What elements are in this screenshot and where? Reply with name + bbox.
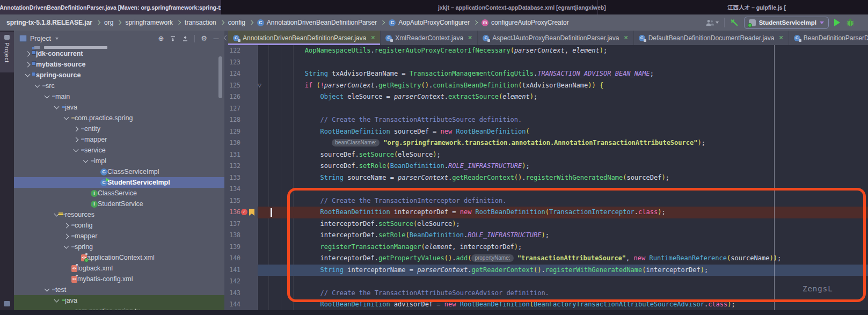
breakpoint-icon[interactable]: ✓	[241, 209, 247, 215]
tree-expand-icon[interactable]	[25, 72, 31, 77]
tree-expand-icon[interactable]	[25, 62, 31, 67]
settings-gear-icon[interactable]: ⚙	[201, 35, 207, 42]
tree-expand-icon[interactable]	[64, 115, 69, 120]
tree-item-spring-source[interactable]: spring-source	[14, 70, 224, 80]
window-tab-active[interactable]: base-practice – AnnotationDrivenBeanDefi…	[0, 0, 221, 14]
close-icon[interactable]: ✕	[778, 34, 783, 41]
line-number[interactable]: 139	[224, 241, 240, 253]
code-line-132[interactable]: 132 sourceDef.setRole(BeanDefinition.ROL…	[224, 160, 868, 172]
line-number[interactable]: 132	[224, 160, 240, 172]
tree-expand-icon[interactable]	[35, 83, 40, 88]
users-icon[interactable]	[705, 19, 719, 26]
project-view-caret-icon[interactable]	[55, 38, 59, 40]
line-number[interactable]: 122	[224, 45, 240, 57]
project-panel-title[interactable]: Project	[30, 35, 51, 42]
code-line-127[interactable]: 127	[224, 103, 868, 115]
code-line-128[interactable]: 128 // Create the TransactionAttributeSo…	[224, 114, 868, 126]
close-icon[interactable]: ✕	[370, 34, 375, 41]
tree-expand-icon[interactable]	[45, 287, 50, 292]
code-line-137[interactable]: 137 interceptorDef.setSource(eleSource);	[224, 218, 868, 230]
code-line-136[interactable]: 136✓ RootBeanDefinition interceptorDef =…	[224, 207, 868, 218]
tree-item-StudentService[interactable]: IStudentService	[14, 199, 224, 209]
code-line-130[interactable]: 130 beanClassName: "org.springframework.…	[224, 137, 868, 149]
code-line-140[interactable]: 140 interceptorDef.getPropertyValues().a…	[224, 253, 868, 265]
breadcrumb-item[interactable]: CAopAutoProxyConfigurer	[389, 19, 470, 26]
wrench-icon[interactable]	[730, 18, 739, 27]
code-line-142[interactable]: 142	[224, 276, 868, 288]
tree-item-jdk-concurrent[interactable]: jdk-concurrent	[14, 48, 224, 59]
tree-expand-icon[interactable]	[25, 51, 31, 56]
breadcrumb-item[interactable]: transaction	[185, 19, 216, 26]
code-line-139[interactable]: 139 registerTransactionManager(element, …	[224, 241, 868, 253]
editor-tab-4[interactable]: CDefaultBeanDefinitionDocumentReader.jav…	[634, 31, 789, 45]
tree-expand-icon[interactable]	[64, 244, 69, 249]
code-line-138[interactable]: 138 interceptorDef.setRole(BeanDefinitio…	[224, 230, 868, 241]
breadcrumb-item[interactable]: org	[104, 19, 113, 26]
tree-item-mybatis-config.xml[interactable]: <>mybatis-config.xml	[14, 274, 224, 284]
fold-marker-icon[interactable]: ▽	[258, 82, 261, 89]
tree-expand-icon[interactable]	[64, 233, 69, 239]
tree-item-config[interactable]: config	[14, 220, 224, 231]
debug-icon[interactable]	[845, 18, 855, 27]
tree-expand-icon[interactable]	[54, 297, 60, 303]
tree-item-StudentServiceImpl[interactable]: CStudentServiceImpl	[14, 177, 224, 188]
project-scrollbar[interactable]	[218, 56, 222, 98]
code-line-131[interactable]: 131 sourceDef.setSource(eleSource);	[224, 149, 868, 161]
tree-item-ClassServiceImpl[interactable]: CClassServiceImpl	[14, 166, 224, 177]
window-tab-3[interactable]: 江西人才 – gulpfile.js [	[727, 0, 786, 14]
tree-expand-icon[interactable]	[64, 223, 69, 228]
line-number[interactable]: 135	[224, 195, 240, 207]
tree-item-impl[interactable]: impl	[14, 156, 224, 166]
tree-expand-icon[interactable]	[74, 126, 79, 131]
tree-expand-icon[interactable]	[74, 147, 79, 152]
code-line-122[interactable]: 122 AopNamespaceUtils.registerAutoProxyC…	[224, 45, 868, 57]
line-number[interactable]: 141	[224, 265, 240, 276]
code-line-143[interactable]: 143 // Create the TransactionAttributeSo…	[224, 288, 868, 299]
breadcrumb-item[interactable]: config	[228, 19, 245, 26]
close-icon[interactable]: ✕	[468, 34, 472, 41]
tree-expand-icon[interactable]	[54, 104, 60, 109]
line-number[interactable]: 133	[224, 172, 240, 184]
breadcrumb-item[interactable]: spring-tx-5.1.8.RELEASE.jar	[6, 19, 92, 26]
line-number[interactable]: 143	[224, 288, 240, 299]
line-number[interactable]: 126	[224, 91, 240, 103]
code-line-129[interactable]: 129 RootBeanDefinition sourceDef = new R…	[224, 126, 868, 138]
line-number[interactable]: 127	[224, 103, 240, 115]
line-number[interactable]: 140	[224, 253, 240, 265]
tree-item-java[interactable]: java	[14, 102, 224, 113]
editor-tab-1[interactable]: CAnnotationDrivenBeanDefinitionParser.ja…	[228, 31, 381, 45]
tree-item-com.practice.spring[interactable]: com.practice.spring	[14, 113, 224, 123]
tree-item-service[interactable]: service	[14, 145, 224, 156]
line-number[interactable]: 129	[224, 126, 240, 138]
line-number[interactable]: 124	[224, 68, 240, 80]
line-number[interactable]: 136	[224, 207, 240, 218]
editor-tab-5[interactable]: CBeanDefinitionParserDelegate.ja✕	[789, 31, 868, 45]
close-icon[interactable]: ✕	[623, 34, 628, 41]
code-line-141[interactable]: 141 String interceptorName = parserConte…	[224, 265, 868, 276]
bookmark-icon[interactable]	[249, 209, 254, 216]
line-number[interactable]: 137	[224, 218, 240, 230]
code-line-144[interactable]: 144 RootBeanDefinition advisorDef = new …	[224, 299, 868, 311]
hide-panel-icon[interactable]: —	[213, 35, 219, 41]
window-tab-2[interactable]: jxkjt – applicationContext-appDatabase.x…	[438, 0, 606, 14]
tree-expand-icon[interactable]	[74, 137, 79, 142]
breadcrumb-item[interactable]: springframework	[125, 19, 173, 26]
line-number[interactable]: 144	[224, 299, 240, 311]
collapse-all-icon[interactable]	[182, 35, 188, 42]
tree-item-mapper[interactable]: mapper	[14, 231, 224, 241]
line-number[interactable]: 142	[224, 276, 240, 288]
tree-item-logback.xml[interactable]: <>logback.xml	[14, 263, 224, 274]
code-line-133[interactable]: 133 String sourceName = parserContext.ge…	[224, 172, 868, 184]
line-number[interactable]: 131	[224, 149, 240, 161]
breadcrumb-item[interactable]: mconfigureAutoProxyCreator	[482, 19, 569, 26]
line-number[interactable]: 123	[224, 57, 240, 69]
code-line-125[interactable]: 125▽ if (!parserContext.getRegistry().co…	[224, 80, 868, 92]
editor-tab-3[interactable]: CAspectJAutoProxyBeanDefinitionParser.ja…	[478, 31, 633, 45]
code-line-126[interactable]: 126 Object eleSource = parserContext.ext…	[224, 91, 868, 103]
tree-item-ClassService[interactable]: IClassService	[14, 188, 224, 199]
code-line-134[interactable]: 134	[224, 184, 868, 195]
expand-all-icon[interactable]	[170, 35, 176, 42]
run-button[interactable]	[834, 19, 840, 26]
breadcrumb-item[interactable]: CAnnotationDrivenBeanDefinitionParser	[257, 19, 377, 26]
line-number[interactable]: 134	[224, 184, 240, 195]
